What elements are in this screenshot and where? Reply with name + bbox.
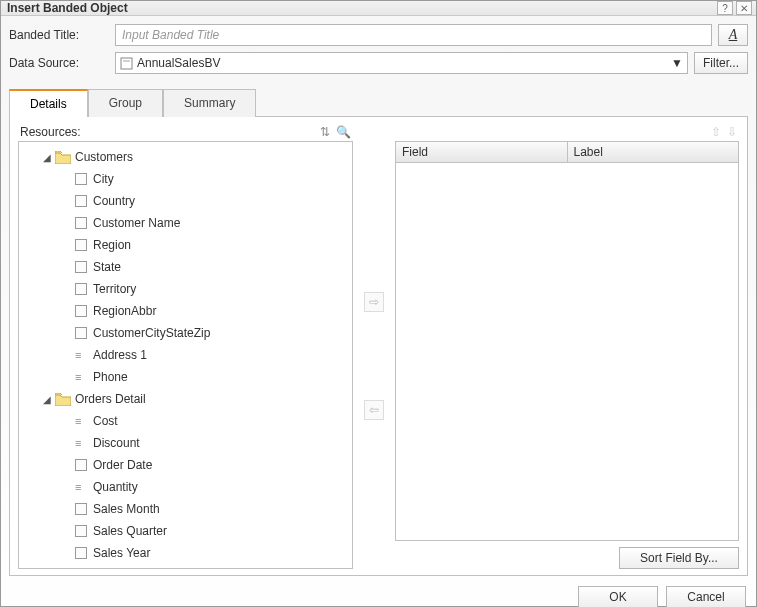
tree-item-label: Quantity <box>93 480 138 494</box>
checkbox-icon[interactable] <box>75 173 87 185</box>
filter-button[interactable]: Filter... <box>694 52 748 74</box>
tree-item[interactable]: ≡Quantity <box>19 476 352 498</box>
checkbox-icon[interactable] <box>75 327 87 339</box>
svg-rect-1 <box>123 60 130 62</box>
tree-group-label: Customers <box>75 150 133 164</box>
tree-item-label: Address 1 <box>93 348 147 362</box>
tree-item-label: Sales Quarter <box>93 524 167 538</box>
tree-item-label: Phone <box>93 370 128 384</box>
tree-item[interactable]: Order Date <box>19 454 352 476</box>
resources-tree[interactable]: ◢CustomersCityCountryCustomer NameRegion… <box>18 141 353 569</box>
checkbox-icon[interactable] <box>75 261 87 273</box>
tree-item[interactable]: CustomerCityStateZip <box>19 322 352 344</box>
tree-item-label: Region <box>93 238 131 252</box>
folder-icon <box>55 393 71 406</box>
data-source-value: AnnualSalesBV <box>137 56 220 70</box>
checkbox-icon[interactable] <box>75 305 87 317</box>
tree-item-label: State <box>93 260 121 274</box>
tree-group-label: Orders Detail <box>75 392 146 406</box>
tab-summary[interactable]: Summary <box>163 89 256 117</box>
tree-item-label: Sales Month <box>93 502 160 516</box>
tree-item[interactable]: Country <box>19 190 352 212</box>
font-button[interactable]: A <box>718 24 748 46</box>
transfer-column: ⇨ ⇦ <box>359 125 389 569</box>
data-source-label: Data Source: <box>9 56 109 70</box>
resources-panel: Resources: ⇅ 🔍 ◢CustomersCityCountryCust… <box>18 125 353 569</box>
checkbox-icon[interactable] <box>75 525 87 537</box>
form-area: Banded Title: A Data Source: AnnualSales… <box>1 16 756 84</box>
expand-toggle-icon[interactable]: ◢ <box>43 394 55 405</box>
checkbox-icon[interactable] <box>75 195 87 207</box>
tree-item[interactable]: Customer Name <box>19 212 352 234</box>
move-up-icon[interactable]: ⇧ <box>711 125 721 139</box>
cancel-button[interactable]: Cancel <box>666 586 746 607</box>
tree-item[interactable]: ≡Address 1 <box>19 344 352 366</box>
tree-item[interactable]: ≡Cost <box>19 410 352 432</box>
checkbox-icon[interactable] <box>75 239 87 251</box>
column-label[interactable]: Label <box>568 142 739 162</box>
datasource-icon <box>120 57 133 70</box>
tree-item[interactable]: City <box>19 168 352 190</box>
fields-grid[interactable]: Field Label <box>395 141 739 541</box>
tab-group[interactable]: Group <box>88 89 163 117</box>
resources-label: Resources: <box>20 125 81 139</box>
list-icon: ≡ <box>75 483 89 491</box>
tree-item-label: Sales Year <box>93 546 150 560</box>
checkbox-icon[interactable] <box>75 283 87 295</box>
tree-item-label: Customer Name <box>93 216 180 230</box>
tab-details[interactable]: Details <box>9 89 88 117</box>
tree-item-label: Territory <box>93 282 136 296</box>
tree-item-label: Discount <box>93 436 140 450</box>
tree-item[interactable]: Sales Month <box>19 498 352 520</box>
checkbox-icon[interactable] <box>75 503 87 515</box>
checkbox-icon[interactable] <box>75 217 87 229</box>
tree-group[interactable]: ◢Customers <box>19 146 352 168</box>
tabs: Details Group Summary <box>9 88 748 117</box>
window-title: Insert Banded Object <box>5 1 714 15</box>
tree-item-label: CustomerCityStateZip <box>93 326 210 340</box>
checkbox-icon[interactable] <box>75 547 87 559</box>
sort-field-button[interactable]: Sort Field By... <box>619 547 739 569</box>
checkbox-icon[interactable] <box>75 459 87 471</box>
tree-item-label: RegionAbbr <box>93 304 156 318</box>
list-icon: ≡ <box>75 439 89 447</box>
banded-title-label: Banded Title: <box>9 28 109 42</box>
tree-item[interactable]: ≡Discount <box>19 432 352 454</box>
footer: OK Cancel <box>1 576 756 607</box>
sort-icon[interactable]: ⇅ <box>320 125 330 139</box>
help-button[interactable]: ? <box>717 1 733 15</box>
tree-item-label: Cost <box>93 414 118 428</box>
move-down-icon[interactable]: ⇩ <box>727 125 737 139</box>
body: Resources: ⇅ 🔍 ◢CustomersCityCountryCust… <box>9 117 748 576</box>
tree-group[interactable]: ◢Orders Detail <box>19 388 352 410</box>
list-icon: ≡ <box>75 351 89 359</box>
tree-item[interactable]: Region <box>19 234 352 256</box>
tree-item[interactable]: RegionAbbr <box>19 300 352 322</box>
titlebar: Insert Banded Object ? ✕ <box>1 1 756 16</box>
ok-button[interactable]: OK <box>578 586 658 607</box>
list-icon: ≡ <box>75 417 89 425</box>
search-icon[interactable]: 🔍 <box>336 125 351 139</box>
folder-icon <box>55 151 71 164</box>
tree-item[interactable]: Sales Year <box>19 542 352 564</box>
banded-title-input[interactable] <box>115 24 712 46</box>
tree-item-label: Order Date <box>93 458 152 472</box>
remove-button[interactable]: ⇦ <box>364 400 384 420</box>
tree-item-label: City <box>93 172 114 186</box>
tree-item[interactable]: ≡Phone <box>19 366 352 388</box>
data-source-select[interactable]: AnnualSalesBV ▼ <box>115 52 688 74</box>
column-field[interactable]: Field <box>396 142 568 162</box>
fields-panel: ⇧ ⇩ Field Label Sort Field By... <box>395 125 739 569</box>
list-icon: ≡ <box>75 373 89 381</box>
close-button[interactable]: ✕ <box>736 1 752 15</box>
dropdown-arrow-icon[interactable]: ▼ <box>669 56 685 70</box>
add-button[interactable]: ⇨ <box>364 292 384 312</box>
tree-item[interactable]: Territory <box>19 278 352 300</box>
tree-item[interactable]: Sales Quarter <box>19 520 352 542</box>
tree-item-label: Country <box>93 194 135 208</box>
expand-toggle-icon[interactable]: ◢ <box>43 152 55 163</box>
tree-item[interactable]: State <box>19 256 352 278</box>
svg-rect-0 <box>121 58 132 69</box>
dialog: Insert Banded Object ? ✕ Banded Title: A… <box>0 0 757 607</box>
